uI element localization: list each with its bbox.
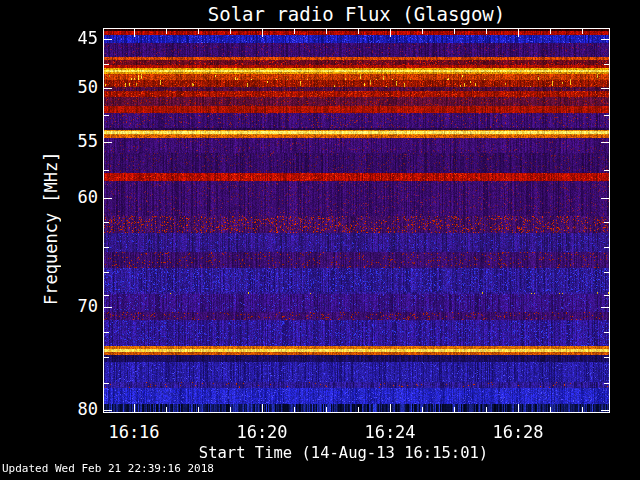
axis-tick [518,29,519,37]
axis-tick [104,247,109,248]
axis-tick [104,198,112,199]
chart-title: Solar radio Flux (Glasgow) [103,3,610,25]
axis-tick [518,404,519,412]
axis-tick [104,222,109,223]
axis-tick [166,29,167,34]
axis-tick [294,29,295,34]
axis-tick [550,407,551,412]
axis-tick [166,407,167,412]
axis-tick [358,407,359,412]
axis-tick [262,29,263,37]
axis-tick [262,404,263,412]
x-tick-label: 16:20 [227,423,297,442]
axis-tick [198,29,199,34]
y-axis-title: Frequency [MHz] [41,143,63,313]
axis-tick [604,383,609,384]
axis-tick [104,272,109,273]
axis-tick [604,64,609,65]
axis-tick [104,170,109,171]
axis-tick [358,29,359,34]
axis-tick [104,142,112,143]
axis-tick [604,295,609,296]
axis-tick [604,272,609,273]
axis-tick [601,39,609,40]
axis-tick [454,407,455,412]
axis-tick [104,64,109,65]
y-tick-label: 55 [60,132,98,151]
y-tick-label: 60 [60,188,98,207]
axis-tick [604,115,609,116]
axis-tick [104,39,112,40]
axis-tick [390,29,391,37]
x-tick-label: 16:28 [483,423,553,442]
y-tick-label: 45 [60,29,98,48]
axis-tick [604,222,609,223]
axis-tick [604,357,609,358]
axis-tick [104,295,109,296]
axis-tick [104,410,112,411]
axis-tick [104,332,109,333]
axis-tick [230,407,231,412]
axis-tick [294,407,295,412]
axis-tick [326,29,327,34]
axis-tick [230,29,231,34]
updated-timestamp: Updated Wed Feb 21 22:39:16 2018 [2,462,214,475]
axis-tick [104,383,109,384]
spectrogram-canvas [104,29,609,412]
axis-tick [604,332,609,333]
y-tick-label: 80 [60,400,98,419]
axis-tick [582,407,583,412]
axis-tick [601,198,609,199]
axis-tick [422,407,423,412]
axis-tick [601,410,609,411]
axis-tick [422,29,423,34]
axis-tick [604,170,609,171]
y-tick-label: 70 [60,297,98,316]
axis-tick [134,29,135,37]
axis-tick [486,407,487,412]
axis-tick [104,307,112,308]
axis-tick [601,307,609,308]
axis-tick [104,357,109,358]
x-axis-title: Start Time (14-Aug-13 16:15:01) [90,444,597,462]
axis-tick [198,407,199,412]
axis-tick [582,29,583,34]
axis-tick [134,404,135,412]
axis-tick [390,404,391,412]
y-tick-label: 50 [60,78,98,97]
axis-tick [601,88,609,89]
x-tick-label: 16:24 [355,423,425,442]
axis-tick [104,88,112,89]
x-tick-label: 16:16 [99,423,169,442]
axis-tick [104,115,109,116]
axis-tick [486,29,487,34]
axis-tick [454,29,455,34]
axis-tick [326,407,327,412]
axis-tick [550,29,551,34]
axis-tick [601,142,609,143]
axis-tick [604,247,609,248]
